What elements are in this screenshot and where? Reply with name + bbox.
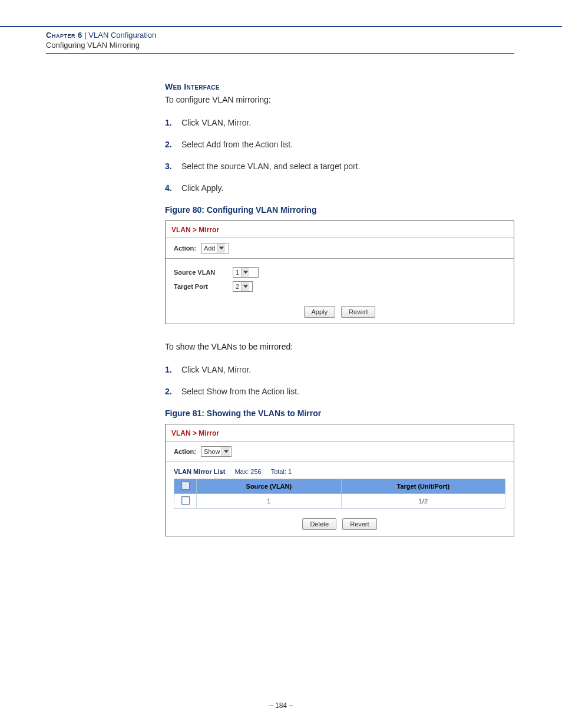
figure81-caption: Figure 81: Showing the VLANs to Mirror [165,409,514,418]
target-port-label: Target Port [174,283,233,290]
step-number: 2. [165,386,176,398]
mirror-list-max: Max: 256 [234,468,261,475]
step-number: 1. [165,364,176,376]
select-all-checkbox[interactable] [181,482,190,490]
action-label: Action: [174,245,196,252]
svg-marker-3 [224,450,229,453]
cell-target: 1/2 [341,494,505,509]
source-vlan-value: 1 [236,269,239,276]
intro-show: To show the VLANs to be mirrored: [165,341,514,353]
mirror-list-label: VLAN Mirror List [174,468,225,475]
action-select[interactable]: Add [201,243,229,253]
svg-marker-1 [243,271,248,274]
chevron-down-icon [217,243,225,253]
row-checkbox[interactable] [181,496,190,505]
mirror-list-total: Total: 1 [271,468,292,475]
step-text: Select Add from the Action list. [181,139,293,151]
figure80-caption: Figure 80: Configuring VLAN Mirroring [165,205,514,215]
breadcrumb: VLAN > Mirror [166,221,514,238]
figure80-panel: VLAN > Mirror Action: Add Source VLAN 1 [165,220,514,324]
chevron-down-icon [241,268,249,277]
chevron-down-icon [241,282,249,291]
step-number: 4. [165,182,176,195]
figure81-panel: VLAN > Mirror Action: Show VLAN Mirror L… [165,424,514,536]
cell-source: 1 [197,494,342,509]
steps-configure: 1.Click VLAN, Mirror. 2.Select Add from … [165,117,514,195]
revert-button[interactable]: Revert [341,306,375,318]
step-text: Select Show from the Action list. [181,386,299,398]
header-divider: | [82,31,89,39]
delete-button[interactable]: Delete [302,518,336,530]
intro-configure: To configure VLAN mirroring: [165,94,514,106]
step-text: Click VLAN, Mirror. [181,117,251,129]
step-text: Click Apply. [181,182,223,195]
chapter-title: VLAN Configuration [88,31,156,39]
action-select[interactable]: Show [201,446,232,457]
step-text: Click VLAN, Mirror. [181,364,251,376]
target-port-value: 2 [236,283,239,290]
step-number: 1. [165,117,176,129]
mirror-table: Source (VLAN) Target (Unit/Port) 1 1/2 [174,479,505,509]
col-target: Target (Unit/Port) [341,479,505,494]
page-header: Chapter 6 | VLAN Configuration Configuri… [46,31,514,54]
svg-marker-2 [243,285,248,288]
apply-button[interactable]: Apply [304,306,336,318]
action-select-value: Show [204,448,220,455]
section-web-interface: Web Interface [165,82,514,91]
revert-button[interactable]: Revert [342,518,376,530]
source-vlan-label: Source VLAN [174,269,233,276]
col-source: Source (VLAN) [197,479,342,494]
chapter-label: Chapter 6 [46,31,82,39]
step-number: 3. [165,160,176,173]
action-label: Action: [174,448,196,455]
action-select-value: Add [204,245,216,252]
chevron-down-icon [222,447,230,456]
breadcrumb: VLAN > Mirror [166,424,514,441]
source-vlan-select[interactable]: 1 [233,267,259,278]
target-port-select[interactable]: 2 [233,281,253,292]
step-number: 2. [165,139,176,151]
page-number: – 184 – [0,701,562,722]
header-subtitle: Configuring VLAN Mirroring [46,41,514,50]
table-row: 1 1/2 [174,494,505,509]
steps-show: 1.Click VLAN, Mirror. 2.Select Show from… [165,364,514,398]
svg-marker-0 [219,247,224,250]
step-text: Select the source VLAN, and select a tar… [181,160,361,173]
